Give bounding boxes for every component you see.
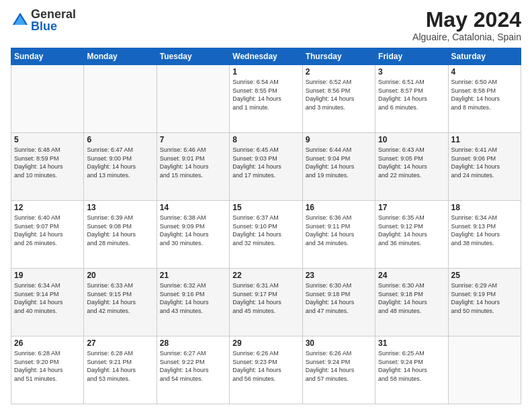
day-number: 7 bbox=[160, 135, 226, 144]
day-number: 6 bbox=[87, 135, 153, 144]
week-row-4: 19Sunrise: 6:34 AM Sunset: 9:14 PM Dayli… bbox=[11, 269, 521, 336]
calendar-cell: 17Sunrise: 6:35 AM Sunset: 9:12 PM Dayli… bbox=[375, 201, 448, 269]
day-number: 5 bbox=[14, 135, 81, 144]
day-info: Sunrise: 6:32 AM Sunset: 9:16 PM Dayligh… bbox=[160, 281, 226, 315]
day-number: 15 bbox=[232, 203, 299, 212]
col-wednesday: Wednesday bbox=[230, 48, 302, 65]
day-number: 26 bbox=[14, 338, 81, 348]
calendar-cell: 20Sunrise: 6:33 AM Sunset: 9:15 PM Dayli… bbox=[84, 269, 157, 336]
calendar-cell: 6Sunrise: 6:47 AM Sunset: 9:00 PM Daylig… bbox=[84, 133, 157, 201]
page: General Blue May 2024 Alguaire, Cataloni… bbox=[0, 0, 532, 411]
calendar-cell: 10Sunrise: 6:43 AM Sunset: 9:05 PM Dayli… bbox=[375, 133, 448, 201]
day-info: Sunrise: 6:36 AM Sunset: 9:11 PM Dayligh… bbox=[306, 214, 372, 247]
col-thursday: Thursday bbox=[302, 48, 375, 65]
calendar-cell: 5Sunrise: 6:48 AM Sunset: 8:59 PM Daylig… bbox=[11, 133, 84, 201]
day-number: 11 bbox=[451, 135, 518, 144]
day-number: 30 bbox=[306, 338, 372, 348]
calendar-cell: 25Sunrise: 6:29 AM Sunset: 9:19 PM Dayli… bbox=[448, 269, 521, 336]
day-info: Sunrise: 6:41 AM Sunset: 9:06 PM Dayligh… bbox=[451, 146, 518, 179]
calendar-cell: 16Sunrise: 6:36 AM Sunset: 9:11 PM Dayli… bbox=[302, 201, 375, 269]
month-title: May 2024 bbox=[412, 8, 521, 32]
day-info: Sunrise: 6:27 AM Sunset: 9:22 PM Dayligh… bbox=[160, 349, 226, 383]
calendar-cell: 8Sunrise: 6:45 AM Sunset: 9:03 PM Daylig… bbox=[230, 133, 302, 201]
location: Alguaire, Catalonia, Spain bbox=[412, 32, 521, 42]
header: General Blue May 2024 Alguaire, Cataloni… bbox=[11, 8, 521, 42]
calendar-cell: 15Sunrise: 6:37 AM Sunset: 9:10 PM Dayli… bbox=[230, 201, 302, 269]
day-number: 14 bbox=[160, 203, 226, 212]
day-info: Sunrise: 6:54 AM Sunset: 8:55 PM Dayligh… bbox=[232, 78, 299, 111]
day-number: 24 bbox=[378, 271, 445, 280]
day-info: Sunrise: 6:29 AM Sunset: 9:19 PM Dayligh… bbox=[451, 281, 518, 315]
col-saturday: Saturday bbox=[448, 48, 521, 65]
calendar-cell: 24Sunrise: 6:30 AM Sunset: 9:18 PM Dayli… bbox=[375, 269, 448, 336]
day-number: 21 bbox=[160, 271, 226, 280]
day-info: Sunrise: 6:39 AM Sunset: 9:08 PM Dayligh… bbox=[87, 214, 153, 247]
calendar-cell: 12Sunrise: 6:40 AM Sunset: 9:07 PM Dayli… bbox=[11, 201, 84, 269]
day-info: Sunrise: 6:45 AM Sunset: 9:03 PM Dayligh… bbox=[232, 146, 299, 179]
day-number: 3 bbox=[378, 67, 445, 77]
calendar-cell bbox=[448, 336, 521, 404]
calendar-cell: 18Sunrise: 6:34 AM Sunset: 9:13 PM Dayli… bbox=[448, 201, 521, 269]
calendar-body: 1Sunrise: 6:54 AM Sunset: 8:55 PM Daylig… bbox=[11, 65, 521, 404]
calendar-cell: 27Sunrise: 6:28 AM Sunset: 9:21 PM Dayli… bbox=[84, 336, 157, 404]
col-friday: Friday bbox=[375, 48, 448, 65]
calendar-cell: 22Sunrise: 6:31 AM Sunset: 9:17 PM Dayli… bbox=[230, 269, 302, 336]
day-number: 9 bbox=[306, 135, 372, 144]
day-info: Sunrise: 6:43 AM Sunset: 9:05 PM Dayligh… bbox=[378, 146, 445, 179]
logo-icon bbox=[11, 11, 30, 30]
day-info: Sunrise: 6:37 AM Sunset: 9:10 PM Dayligh… bbox=[232, 214, 299, 247]
day-info: Sunrise: 6:47 AM Sunset: 9:00 PM Dayligh… bbox=[87, 146, 153, 179]
logo-text: General Blue bbox=[31, 8, 76, 32]
day-number: 8 bbox=[232, 135, 299, 144]
calendar-cell: 11Sunrise: 6:41 AM Sunset: 9:06 PM Dayli… bbox=[448, 133, 521, 201]
calendar-cell: 26Sunrise: 6:28 AM Sunset: 9:20 PM Dayli… bbox=[11, 336, 84, 404]
title-block: May 2024 Alguaire, Catalonia, Spain bbox=[412, 8, 521, 42]
calendar-cell: 28Sunrise: 6:27 AM Sunset: 9:22 PM Dayli… bbox=[157, 336, 229, 404]
col-sunday: Sunday bbox=[11, 48, 84, 65]
day-info: Sunrise: 6:35 AM Sunset: 9:12 PM Dayligh… bbox=[378, 214, 445, 247]
day-info: Sunrise: 6:44 AM Sunset: 9:04 PM Dayligh… bbox=[306, 146, 372, 179]
day-info: Sunrise: 6:28 AM Sunset: 9:21 PM Dayligh… bbox=[87, 349, 153, 383]
day-info: Sunrise: 6:52 AM Sunset: 8:56 PM Dayligh… bbox=[306, 78, 372, 111]
day-number: 20 bbox=[87, 271, 153, 280]
calendar-cell bbox=[157, 65, 229, 133]
day-info: Sunrise: 6:26 AM Sunset: 9:24 PM Dayligh… bbox=[306, 349, 372, 383]
day-info: Sunrise: 6:25 AM Sunset: 9:24 PM Dayligh… bbox=[378, 349, 445, 383]
day-number: 1 bbox=[232, 67, 299, 77]
header-row: Sunday Monday Tuesday Wednesday Thursday… bbox=[11, 48, 521, 65]
day-number: 28 bbox=[160, 338, 226, 348]
calendar-cell bbox=[84, 65, 157, 133]
day-number: 16 bbox=[306, 203, 372, 212]
calendar-cell: 7Sunrise: 6:46 AM Sunset: 9:01 PM Daylig… bbox=[157, 133, 229, 201]
calendar-cell: 31Sunrise: 6:25 AM Sunset: 9:24 PM Dayli… bbox=[375, 336, 448, 404]
calendar-cell: 14Sunrise: 6:38 AM Sunset: 9:09 PM Dayli… bbox=[157, 201, 229, 269]
day-number: 10 bbox=[378, 135, 445, 144]
calendar-cell: 30Sunrise: 6:26 AM Sunset: 9:24 PM Dayli… bbox=[302, 336, 375, 404]
day-info: Sunrise: 6:51 AM Sunset: 8:57 PM Dayligh… bbox=[378, 78, 445, 111]
calendar-header: Sunday Monday Tuesday Wednesday Thursday… bbox=[11, 48, 521, 65]
calendar-cell bbox=[11, 65, 84, 133]
day-info: Sunrise: 6:33 AM Sunset: 9:15 PM Dayligh… bbox=[87, 281, 153, 315]
week-row-5: 26Sunrise: 6:28 AM Sunset: 9:20 PM Dayli… bbox=[11, 336, 521, 404]
day-number: 25 bbox=[451, 271, 518, 280]
day-number: 31 bbox=[378, 338, 445, 348]
week-row-2: 5Sunrise: 6:48 AM Sunset: 8:59 PM Daylig… bbox=[11, 133, 521, 201]
calendar-cell: 2Sunrise: 6:52 AM Sunset: 8:56 PM Daylig… bbox=[302, 65, 375, 133]
day-info: Sunrise: 6:31 AM Sunset: 9:17 PM Dayligh… bbox=[232, 281, 299, 315]
col-tuesday: Tuesday bbox=[157, 48, 229, 65]
day-number: 23 bbox=[306, 271, 372, 280]
logo-general-label: General bbox=[31, 8, 76, 20]
calendar-cell: 21Sunrise: 6:32 AM Sunset: 9:16 PM Dayli… bbox=[157, 269, 229, 336]
day-number: 22 bbox=[232, 271, 299, 280]
calendar-cell: 3Sunrise: 6:51 AM Sunset: 8:57 PM Daylig… bbox=[375, 65, 448, 133]
col-monday: Monday bbox=[84, 48, 157, 65]
day-number: 17 bbox=[378, 203, 445, 212]
day-info: Sunrise: 6:28 AM Sunset: 9:20 PM Dayligh… bbox=[14, 349, 81, 383]
calendar-cell: 13Sunrise: 6:39 AM Sunset: 9:08 PM Dayli… bbox=[84, 201, 157, 269]
day-info: Sunrise: 6:30 AM Sunset: 9:18 PM Dayligh… bbox=[378, 281, 445, 315]
day-number: 18 bbox=[451, 203, 518, 212]
day-info: Sunrise: 6:26 AM Sunset: 9:23 PM Dayligh… bbox=[232, 349, 299, 383]
day-number: 19 bbox=[14, 271, 81, 280]
day-info: Sunrise: 6:38 AM Sunset: 9:09 PM Dayligh… bbox=[160, 214, 226, 247]
day-info: Sunrise: 6:40 AM Sunset: 9:07 PM Dayligh… bbox=[14, 214, 81, 247]
